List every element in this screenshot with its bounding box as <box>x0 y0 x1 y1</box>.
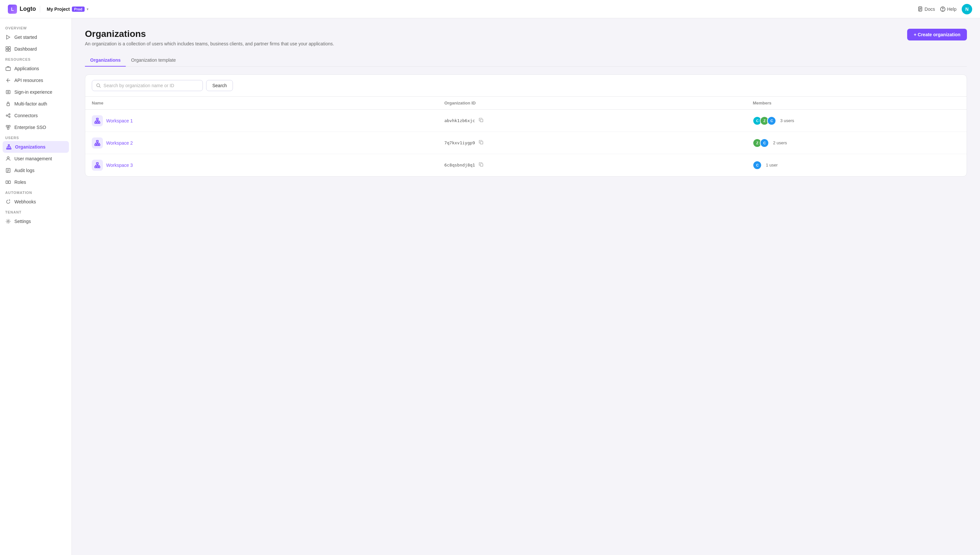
org-id-value: abvhk1zb6xjc <box>444 118 475 123</box>
enterprise-sso-icon <box>5 124 11 130</box>
page-tabs: Organizations Organization template <box>85 54 967 67</box>
sidebar-item-connectors[interactable]: Connectors <box>0 110 72 122</box>
sidebar-label-roles: Roles <box>14 180 26 185</box>
svg-rect-24 <box>6 148 8 149</box>
sidebar-item-applications[interactable]: Applications <box>0 63 72 74</box>
sidebar-label-mfa: Multi-factor auth <box>14 101 47 106</box>
members-count: 3 users <box>780 118 794 123</box>
user-avatar[interactable]: N <box>962 4 972 14</box>
org-id-value: 7q7kxv1iygp9 <box>444 140 475 145</box>
roles-icon <box>5 179 11 185</box>
org-icon <box>92 115 103 126</box>
sidebar-item-mfa[interactable]: Multi-factor auth <box>0 98 72 110</box>
svg-rect-45 <box>98 122 100 124</box>
sidebar-item-enterprise-sso[interactable]: Enterprise SSO <box>0 122 72 133</box>
svg-rect-71 <box>480 164 483 167</box>
sidebar-label-enterprise-sso: Enterprise SSO <box>14 125 46 130</box>
member-avatar: C <box>767 116 776 125</box>
copy-id-button[interactable] <box>477 162 485 168</box>
svg-rect-62 <box>96 163 98 164</box>
user-management-icon <box>5 156 11 162</box>
logo-text: Logto <box>19 6 36 13</box>
sidebar-item-roles[interactable]: Roles <box>0 176 72 188</box>
org-name-cell: Workspace 2 <box>85 132 438 154</box>
sidebar-item-get-started[interactable]: Get started <box>0 31 72 43</box>
org-name-link[interactable]: Workspace 2 <box>106 140 133 146</box>
env-tag: Prod <box>72 6 85 12</box>
svg-point-40 <box>97 83 100 87</box>
docs-label: Docs <box>924 6 935 12</box>
sidebar-label-webhooks: Webhooks <box>14 199 36 204</box>
sidebar-item-webhooks[interactable]: Webhooks <box>0 196 72 208</box>
sidebar-label-get-started: Get started <box>14 35 37 40</box>
audit-logs-icon <box>5 167 11 173</box>
org-name-cell: Workspace 1 <box>85 110 438 132</box>
org-id-cell: 7q7kxv1iygp9 <box>438 132 746 154</box>
org-name-cell: Workspace 3 <box>85 154 438 176</box>
svg-rect-63 <box>95 166 96 168</box>
svg-rect-61 <box>480 141 483 144</box>
search-input[interactable] <box>104 83 199 88</box>
search-input-wrap <box>92 80 203 91</box>
search-button[interactable]: Search <box>206 80 233 91</box>
svg-rect-23 <box>8 144 10 146</box>
svg-rect-7 <box>6 47 8 49</box>
org-icon <box>92 160 103 171</box>
sidebar-label-connectors: Connectors <box>14 113 38 118</box>
sidebar-item-organizations[interactable]: Organizations <box>3 141 69 153</box>
svg-line-18 <box>8 115 9 115</box>
col-name: Name <box>85 97 438 110</box>
svg-rect-53 <box>95 144 96 146</box>
chevron-down-icon: ▾ <box>87 7 88 11</box>
tab-organization-template[interactable]: Organization template <box>126 54 181 67</box>
org-members-cell: ZC 2 users <box>746 132 967 154</box>
topnav: L Logto My Project Prod ▾ Docs Help N <box>0 0 980 18</box>
sidebar-item-api-resources[interactable]: API resources <box>0 74 72 86</box>
org-id-value: 6c8qsbndj8q1 <box>444 163 475 167</box>
sidebar-label-settings: Settings <box>14 219 31 224</box>
svg-point-17 <box>9 116 10 117</box>
sidebar-item-dashboard[interactable]: Dashboard <box>0 43 72 55</box>
project-selector[interactable]: My Project Prod ▾ <box>44 5 91 13</box>
applications-icon <box>5 66 11 72</box>
table-body: Workspace 1 abvhk1zb6xjc CZC 3 users <box>85 110 967 176</box>
svg-point-32 <box>7 157 9 159</box>
svg-rect-54 <box>97 144 98 146</box>
svg-point-39 <box>8 221 9 222</box>
dashboard-icon <box>5 46 11 52</box>
org-id-cell: abvhk1zb6xjc <box>438 110 746 132</box>
members-count: 1 user <box>766 163 778 167</box>
section-overview: OVERVIEW <box>0 24 72 31</box>
sidebar-item-audit-logs[interactable]: Audit logs <box>0 165 72 176</box>
section-users: USERS <box>0 133 72 141</box>
docs-link[interactable]: Docs <box>917 6 935 12</box>
sidebar-label-api-resources: API resources <box>14 78 43 83</box>
svg-rect-12 <box>6 90 10 94</box>
member-avatar: C <box>753 160 762 170</box>
table-row: Workspace 3 6c8qsbndj8q1 C 1 user <box>85 154 967 176</box>
create-organization-button[interactable]: + Create organization <box>907 29 967 40</box>
svg-rect-22 <box>8 128 9 129</box>
page-header: Organizations An organization is a colle… <box>85 29 967 47</box>
sidebar: OVERVIEW Get started Dashboard RESOURCES… <box>0 18 72 555</box>
org-name-link[interactable]: Workspace 3 <box>106 163 133 168</box>
sidebar-item-user-management[interactable]: User management <box>0 153 72 165</box>
section-tenant: TENANT <box>0 208 72 215</box>
sidebar-item-settings[interactable]: Settings <box>0 215 72 227</box>
sidebar-label-audit-logs: Audit logs <box>14 168 34 173</box>
svg-line-19 <box>8 116 9 117</box>
table-row: Workspace 1 abvhk1zb6xjc CZC 3 users <box>85 110 967 132</box>
svg-rect-8 <box>8 47 10 49</box>
webhooks-icon <box>5 199 11 205</box>
copy-id-button[interactable] <box>477 140 485 146</box>
svg-rect-44 <box>97 122 98 124</box>
copy-id-button[interactable] <box>477 117 485 124</box>
org-name-link[interactable]: Workspace 1 <box>106 118 133 124</box>
svg-rect-38 <box>8 181 10 183</box>
svg-rect-42 <box>96 118 98 120</box>
tab-organizations[interactable]: Organizations <box>85 54 126 67</box>
organizations-icon <box>6 144 12 150</box>
help-link[interactable]: Help <box>940 6 956 12</box>
sidebar-item-sign-in-experience[interactable]: Sign-in experience <box>0 86 72 98</box>
api-resources-icon <box>5 77 11 83</box>
